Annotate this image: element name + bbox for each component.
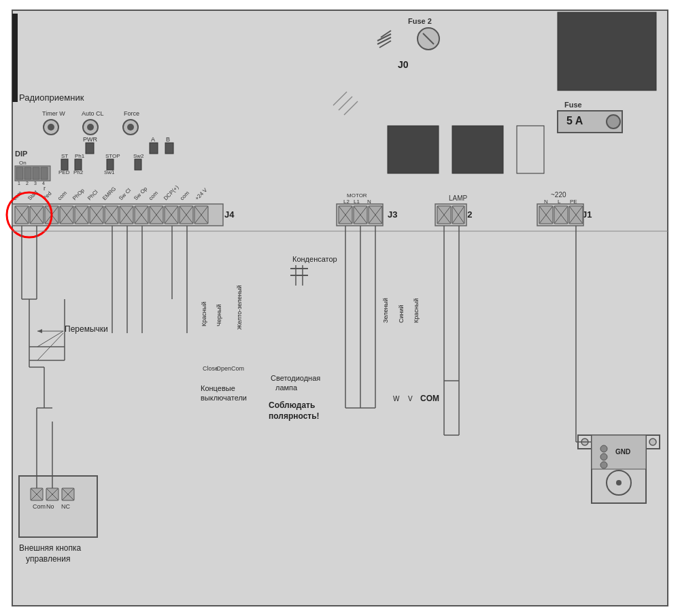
svg-rect-23 [24, 167, 31, 179]
fuse-label: Fuse [564, 101, 582, 109]
sobl-label2: полярность! [269, 411, 320, 421]
svg-point-11 [607, 115, 620, 129]
svg-point-154 [600, 462, 607, 468]
ph1-label: Ph1 [75, 153, 85, 159]
sw1-label: Sw1 [104, 169, 115, 175]
chernyi-label: Черный [216, 305, 222, 326]
w-label: W [393, 395, 400, 403]
svg-text:1: 1 [18, 181, 20, 186]
pwr-label: PWR [83, 136, 97, 143]
j3-label: J3 [388, 209, 397, 220]
svg-point-15 [87, 124, 94, 131]
fuse5a-value: 5 A [566, 115, 583, 126]
svg-rect-39 [452, 126, 503, 173]
ext-button-box [19, 476, 97, 537]
svg-rect-38 [388, 126, 439, 173]
com-wire-label: Com [231, 365, 244, 372]
limit-switch-label2: выключатели [201, 394, 247, 402]
limit-switch-label1: Концевые [201, 384, 235, 392]
dip-label: DIP [15, 150, 27, 158]
zelenyi-label: Зеленый [382, 298, 389, 323]
j4-label: J4 [224, 209, 235, 220]
lamp-label: LAMP [449, 194, 468, 202]
a-label: A [151, 136, 155, 143]
svg-text:2: 2 [26, 181, 29, 186]
motor-label: MOTOR [347, 192, 367, 199]
sinyi-label: Синий [398, 305, 405, 323]
main-diagram: Fuse 2 J0 Fuse 5 A Радиоприемник Timer W… [0, 0, 680, 616]
svg-rect-34 [135, 159, 141, 170]
svg-point-153 [600, 454, 607, 460]
b-label: B [166, 136, 170, 143]
svg-rect-22 [16, 167, 23, 179]
led-lamp-label2: лампа [275, 383, 298, 392]
ext-btn-label2: управления [26, 554, 70, 564]
svg-point-156 [616, 480, 622, 485]
dip-on-label: On [19, 160, 27, 166]
sobl-label1: Соблюдать [269, 400, 315, 410]
svg-rect-32 [75, 159, 82, 170]
ext-no-label: No [46, 503, 54, 510]
open-label: Open [216, 365, 231, 372]
svg-point-152 [600, 445, 607, 452]
svg-rect-33 [107, 159, 114, 170]
svg-rect-18 [86, 143, 94, 154]
ext-btn-label1: Внешняя кнопка [19, 543, 81, 553]
ext-nc-label: NC [61, 503, 70, 510]
tilde220-label: ~220 [551, 191, 566, 199]
radio-label: Радиоприемник [19, 92, 84, 103]
svg-rect-9 [558, 12, 656, 90]
force-label: Force [124, 110, 139, 117]
auto-cl-label: Auto CL [82, 110, 104, 117]
fuse2-label: Fuse 2 [408, 17, 432, 25]
com-label: COM [420, 394, 439, 403]
svg-rect-19 [150, 143, 158, 154]
st-label: ST [61, 153, 68, 159]
stop-label: STOP [105, 153, 120, 159]
svg-text:r: r [44, 185, 46, 192]
timer-w-label: Timer W [42, 110, 65, 117]
kondensator-label: Конденсатор [292, 255, 337, 263]
zheltyi-zelenyi-label: Желто-зеленый [236, 285, 243, 330]
svg-rect-24 [33, 167, 39, 179]
svg-rect-2 [12, 14, 18, 102]
ph2-label: Ph2 [73, 169, 84, 175]
sw2-label: Sw2 [133, 153, 144, 159]
svg-text:3: 3 [34, 181, 37, 186]
gnd-label: GND [615, 448, 630, 456]
krasnyi-label: Красный [201, 302, 207, 326]
svg-rect-25 [41, 167, 48, 179]
j0-label: J0 [398, 59, 409, 70]
led-lamp-label1: Светодиодная [271, 374, 320, 382]
svg-rect-31 [61, 159, 68, 170]
svg-point-17 [127, 124, 134, 131]
pemychki-label: Перемычки [65, 324, 108, 334]
krasnyi2-label: Красный [413, 298, 420, 323]
svg-rect-1 [12, 10, 668, 606]
ext-com-label: Com [33, 503, 46, 510]
svg-point-13 [48, 124, 54, 131]
v-label: V [408, 395, 413, 403]
ped-label: PED [58, 169, 70, 175]
svg-rect-20 [165, 143, 173, 154]
svg-point-158 [649, 439, 656, 445]
